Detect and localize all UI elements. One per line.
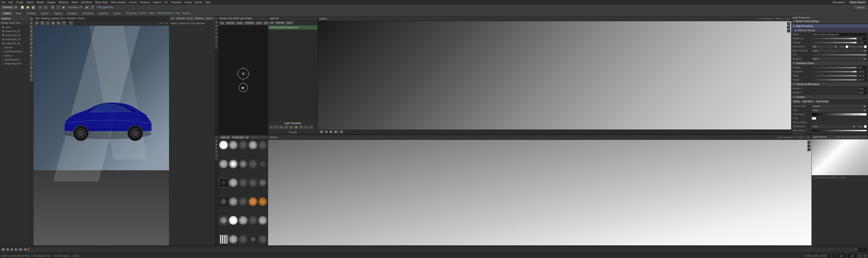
timeline-prev-frame[interactable]: ◀ bbox=[6, 248, 9, 252]
nav-icon-6[interactable]: ⊠ bbox=[215, 35, 218, 38]
outliner-display-menu[interactable]: Display bbox=[1, 22, 8, 24]
outliner-item[interactable]: 📷 renderCam_03 bbox=[0, 37, 29, 41]
tab-animation[interactable]: Animation bbox=[65, 11, 80, 15]
reset-light-btn[interactable]: ↺ bbox=[299, 125, 303, 129]
light-thumb-30[interactable] bbox=[258, 235, 267, 244]
settings-icon[interactable]: ⚙ bbox=[864, 254, 867, 258]
light-thumb-26[interactable] bbox=[219, 235, 228, 244]
outliner-item[interactable]: ▢ group_s bbox=[0, 54, 29, 58]
fx-carving-btn[interactable]: FX Carving bbox=[125, 12, 136, 14]
tab-outline[interactable]: Outline bbox=[1, 11, 13, 15]
attr-show[interactable]: Show bbox=[206, 17, 212, 20]
outliner-show-menu[interactable]: Show bbox=[9, 22, 15, 24]
latitude-input[interactable] bbox=[858, 66, 867, 69]
universal-tool[interactable]: ⊕ bbox=[30, 33, 33, 37]
canvas-b-zoom-in[interactable]: + bbox=[807, 144, 811, 147]
light-thumb-8[interactable] bbox=[239, 159, 248, 169]
outliner-item[interactable]: 📷 cam1 bbox=[0, 25, 29, 29]
light-thumb-21[interactable] bbox=[219, 216, 228, 225]
nav-icon-9[interactable]: ? bbox=[215, 46, 218, 49]
light-thumb-24[interactable] bbox=[248, 216, 257, 225]
timeline-scrubber[interactable]: 1 120 bbox=[28, 247, 858, 252]
light-thumb-11[interactable] bbox=[219, 178, 228, 187]
menu-help[interactable]: Help bbox=[205, 1, 211, 4]
viewport-tb-btn3[interactable]: ⬡ bbox=[45, 21, 50, 26]
hdr-btn-list[interactable]: List bbox=[219, 22, 225, 25]
nav-b-5[interactable]: ⊟ bbox=[215, 150, 218, 153]
light-thumb-28[interactable] bbox=[239, 235, 248, 244]
menu-file[interactable]: File bbox=[1, 1, 5, 4]
handle-u-slider[interactable] bbox=[812, 88, 857, 89]
tab-rigging[interactable]: Rigging bbox=[52, 11, 64, 15]
move-down-light-btn[interactable]: ↓ bbox=[309, 125, 313, 129]
nav-icon-4[interactable]: ⊞ bbox=[215, 28, 218, 31]
tab-panels[interactable]: Panels bbox=[112, 11, 123, 15]
blend-mode-select[interactable]: Add Multiply Screen bbox=[812, 45, 838, 48]
prev-frame-btn[interactable]: |◀ bbox=[319, 130, 323, 134]
ll-selected-btn[interactable]: Selected bbox=[275, 21, 285, 25]
visible-light-btn[interactable]: 👁 bbox=[289, 125, 293, 129]
light-thumb-6[interactable] bbox=[219, 159, 228, 169]
timeline-last-frame[interactable]: ⏭ bbox=[24, 248, 28, 252]
menu-mesh-display[interactable]: Mesh Display bbox=[111, 1, 126, 4]
transform-core-header[interactable]: ▼ Transform (Core) bbox=[792, 61, 868, 66]
connect-tool[interactable]: ⊹ bbox=[30, 70, 33, 74]
paint-tool[interactable]: ✏ bbox=[30, 45, 33, 49]
sign-in-btn[interactable]: Sign In bbox=[854, 5, 867, 10]
snap-grid-btn[interactable]: ⊞ bbox=[50, 5, 55, 10]
light-thumb-4[interactable] bbox=[248, 141, 257, 150]
cut-tool[interactable]: ✂ bbox=[30, 50, 33, 53]
canvas-body[interactable]: ⊡ + - |◀ ◀ ▶ ▶| ⏭ bbox=[318, 21, 791, 135]
master-btn[interactable]: Master bbox=[792, 100, 801, 104]
custom-btn[interactable]: Custom bbox=[139, 12, 147, 14]
nav-icon-2[interactable]: ▣ bbox=[215, 21, 218, 24]
menu-arnold[interactable]: Arnold bbox=[195, 1, 202, 4]
blend-btn[interactable]: Blend bbox=[149, 12, 155, 14]
soft-mod-tool[interactable]: ◎ bbox=[30, 37, 33, 41]
transform-extended-header[interactable]: ▼ Transform (Extended) bbox=[792, 82, 868, 86]
shading-menu[interactable]: Shading bbox=[41, 17, 50, 20]
lock-light-btn[interactable]: 🔒 bbox=[294, 125, 298, 129]
light-list-item-selected[interactable]: Default Gradient Background bbox=[268, 25, 318, 30]
lights-dropdown[interactable]: Lights bbox=[220, 136, 230, 139]
render-btn[interactable]: ▶ bbox=[85, 5, 90, 10]
canvas-b-fit[interactable]: ⊡ bbox=[807, 141, 811, 144]
light-thumb-22[interactable] bbox=[229, 216, 238, 225]
bridge-tool[interactable]: ⊞ bbox=[30, 54, 33, 57]
ipr-btn[interactable]: 🎬 bbox=[90, 5, 95, 10]
insert-tool[interactable]: ⊟ bbox=[30, 74, 33, 78]
light-thumb-20[interactable] bbox=[258, 197, 267, 206]
ll-focus-btn[interactable]: Focus bbox=[285, 21, 293, 25]
tab-surfaces[interactable]: Surfaces bbox=[24, 11, 38, 15]
snap-point-btn[interactable]: ◉ bbox=[61, 5, 66, 10]
redo-btn[interactable]: ↪ bbox=[43, 5, 48, 10]
viewport-tb-snap[interactable]: 📷 bbox=[68, 21, 73, 26]
longitude-input[interactable] bbox=[858, 70, 867, 73]
canvas-bottom-body[interactable]: ⊡ + - bbox=[268, 140, 811, 254]
height-slider[interactable] bbox=[812, 79, 857, 80]
outliner-item[interactable]: ▢ defaultObjectSet bbox=[0, 62, 29, 66]
outliner-item[interactable]: ▢ hdriPreviewDome bbox=[0, 50, 29, 54]
hdr-play-button[interactable]: ▶ bbox=[239, 83, 248, 92]
canvas-b-zoom-out[interactable]: - bbox=[807, 148, 811, 151]
handle-v-slider[interactable] bbox=[812, 92, 857, 94]
crease-tool[interactable]: 〰 bbox=[30, 62, 33, 65]
outliner-item[interactable]: 📷 renderCam_02 bbox=[0, 33, 29, 37]
menu-display[interactable]: Display bbox=[47, 1, 55, 4]
menu-uv[interactable]: UV bbox=[164, 1, 168, 4]
light-thumb-18[interactable] bbox=[239, 197, 248, 206]
menu-mesh-tools[interactable]: Mesh Tools bbox=[95, 1, 107, 4]
blend-channel-select[interactable]: Color Alpha bbox=[812, 49, 867, 52]
last-frame-btn[interactable]: ⏭ bbox=[339, 130, 344, 134]
outliner-help-menu[interactable]: Help bbox=[16, 22, 21, 24]
menu-edit-mesh[interactable]: Edit Mesh bbox=[81, 1, 92, 4]
content-header[interactable]: ▼ Content bbox=[792, 95, 868, 100]
bevel-tool[interactable]: ◈ bbox=[30, 66, 33, 69]
menu-windows[interactable]: Windows bbox=[59, 1, 69, 4]
prep-location-slider[interactable] bbox=[812, 122, 867, 123]
handle-u-input[interactable] bbox=[858, 87, 867, 90]
menu-curves[interactable]: Curves bbox=[129, 1, 137, 4]
view-menu[interactable]: View bbox=[35, 17, 40, 20]
canvas-zoomout-btn[interactable]: - bbox=[787, 29, 790, 33]
tab-polys[interactable]: Polys bbox=[13, 11, 24, 15]
